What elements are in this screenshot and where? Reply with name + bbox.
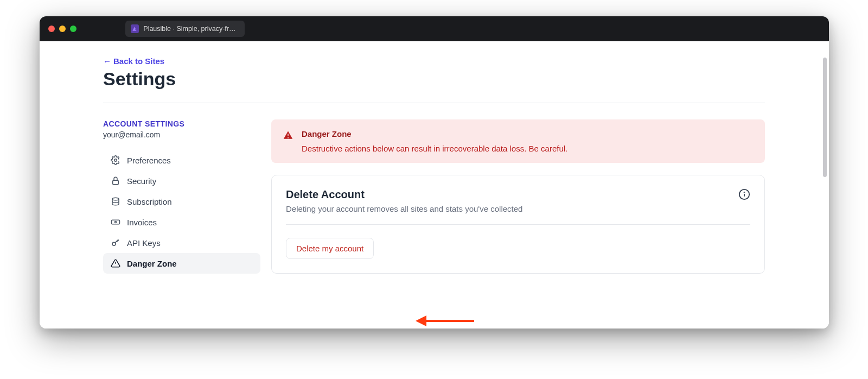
svg-point-2: [112, 198, 119, 200]
sidebar-item-label: Preferences: [127, 156, 171, 165]
lock-icon: [111, 176, 120, 186]
svg-rect-1: [113, 180, 119, 185]
maximize-window-button[interactable]: [70, 26, 76, 32]
danger-alert: Danger Zone Destructive actions below ca…: [271, 119, 765, 163]
tab-title: Plausible · Simple, privacy-frien: [143, 25, 237, 33]
svg-marker-12: [416, 315, 426, 326]
stack-icon: [111, 197, 120, 206]
delete-account-card: Delete Account Deleting your account rem…: [271, 175, 765, 274]
delete-my-account-button[interactable]: Delete my account: [286, 238, 374, 259]
svg-point-10: [744, 192, 745, 193]
minimize-window-button[interactable]: [59, 26, 66, 32]
warning-icon: [111, 258, 120, 268]
sidebar-heading: ACCOUNT SETTINGS: [103, 119, 260, 128]
info-icon[interactable]: [738, 188, 750, 200]
card-description: Deleting your account removes all sites …: [286, 204, 522, 213]
sidebar-item-security[interactable]: Security: [103, 170, 260, 191]
favicon-icon: [131, 24, 139, 33]
divider: [103, 103, 765, 103]
card-title: Delete Account: [286, 188, 522, 201]
back-to-sites-link[interactable]: ← Back to Sites: [103, 56, 164, 66]
sidebar-item-invoices[interactable]: Invoices: [103, 212, 260, 232]
sidebar-item-label: Security: [127, 176, 156, 186]
sidebar: ACCOUNT SETTINGS your@email.com Preferen…: [103, 119, 260, 274]
sidebar-item-label: Invoices: [127, 218, 157, 227]
sidebar-item-api-keys[interactable]: API Keys: [103, 232, 260, 253]
alert-description: Destructive actions below can result in …: [302, 144, 567, 153]
svg-rect-3: [112, 220, 120, 224]
sidebar-email: your@email.com: [103, 130, 260, 139]
banknote-icon: [111, 217, 120, 227]
main-panel: Danger Zone Destructive actions below ca…: [271, 119, 765, 274]
sidebar-item-label: Danger Zone: [127, 259, 177, 268]
browser-tab[interactable]: Plausible · Simple, privacy-frien: [125, 21, 245, 37]
sidebar-item-preferences[interactable]: Preferences: [103, 150, 260, 170]
card-divider: [286, 224, 750, 225]
titlebar: Plausible · Simple, privacy-frien: [40, 16, 829, 41]
gear-icon: [111, 155, 120, 165]
svg-point-5: [112, 242, 116, 245]
viewport: ← Back to Sites Settings ACCOUNT SETTING…: [40, 41, 829, 329]
alert-title: Danger Zone: [302, 129, 567, 138]
key-icon: [111, 238, 120, 248]
alert-triangle-icon: [283, 130, 293, 140]
window-controls: [48, 26, 76, 32]
scrollbar-thumb[interactable]: [823, 58, 827, 177]
browser-window: Plausible · Simple, privacy-frien ← Back…: [40, 16, 829, 329]
arrow-left-icon: ←: [103, 56, 111, 66]
svg-point-4: [115, 222, 117, 223]
sidebar-item-subscription[interactable]: Subscription: [103, 191, 260, 212]
page-title: Settings: [103, 68, 765, 90]
annotation-arrow-icon: [416, 313, 475, 329]
close-window-button[interactable]: [48, 26, 55, 32]
sidebar-item-label: Subscription: [127, 197, 172, 206]
sidebar-item-label: API Keys: [127, 238, 161, 248]
sidebar-item-danger-zone[interactable]: Danger Zone: [103, 253, 260, 274]
page-content: ← Back to Sites Settings ACCOUNT SETTING…: [103, 41, 765, 274]
svg-point-0: [114, 159, 117, 162]
back-link-label: Back to Sites: [113, 56, 164, 66]
